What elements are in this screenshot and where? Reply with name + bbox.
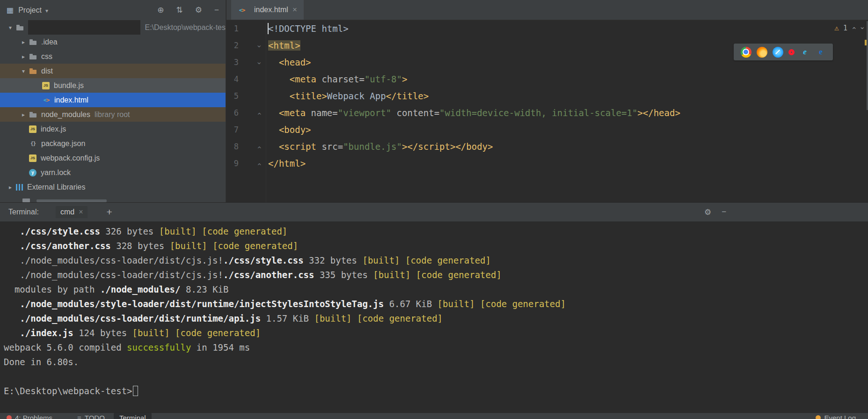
- code-text: <head>: [266, 54, 311, 71]
- tree-item-webpack-test[interactable]: webpack-testE:\Desktop\webpack-tes: [0, 20, 226, 35]
- tree-item-bundle-js[interactable]: bundle.js: [0, 78, 226, 93]
- line-number: 7: [226, 121, 239, 138]
- chevron-collapsed-icon[interactable]: [18, 39, 29, 45]
- tree-item-css[interactable]: css: [0, 49, 226, 64]
- line-number: 5: [226, 88, 239, 104]
- editor-area: index.html 1<!DOCTYPE html>2<html>3 <hea…: [226, 0, 868, 202]
- project-view-dropdown-caret[interactable]: [45, 6, 48, 15]
- editor-tab-bar: index.html: [226, 0, 868, 20]
- problems-label: 4: Problems: [15, 414, 52, 419]
- folder-icon: [16, 23, 24, 31]
- close-terminal-tab-icon[interactable]: [79, 208, 83, 216]
- project-view-title: Project: [18, 6, 42, 15]
- terminal-line: ./node_modules/css-loader/dist/cjs.js!./…: [4, 253, 868, 268]
- terminal-line: ./node_modules/style-loader/dist/runtime…: [4, 297, 868, 311]
- code-text: <!DOCTYPE html>: [266, 20, 349, 37]
- chevron-collapsed-icon[interactable]: [18, 111, 29, 118]
- ie-browser-icon[interactable]: [800, 47, 810, 58]
- ide-window: Project webpack-testE:\Desktop\webpack-t…: [0, 0, 868, 419]
- tab-title: index.html: [254, 6, 288, 14]
- tree-item-index-html[interactable]: index.html: [0, 93, 226, 107]
- fold-chevron: [250, 111, 267, 116]
- code-text: <title>Webpack App</title>: [266, 88, 429, 104]
- terminal-line: Done in 6.80s.: [4, 355, 868, 369]
- locate-file-icon[interactable]: [157, 5, 164, 15]
- chevron-collapsed-icon[interactable]: [5, 184, 16, 191]
- terminal-line: ./css/another.css 328 bytes [built] [cod…: [4, 239, 868, 253]
- firefox-browser-icon[interactable]: [757, 47, 767, 58]
- problems-tool-window-button[interactable]: 4: Problems: [7, 414, 52, 419]
- code-editor[interactable]: 1<!DOCTYPE html>2<html>3 <head>4 <meta c…: [226, 20, 868, 202]
- warning-icon: [834, 23, 839, 32]
- project-panel: Project webpack-testE:\Desktop\webpack-t…: [0, 0, 226, 202]
- terminal-tab-label: cmd: [60, 208, 74, 216]
- code-text: <body>: [266, 121, 311, 138]
- terminal-tool-window-button[interactable]: Terminal: [114, 413, 152, 419]
- chevron-collapsed-icon[interactable]: [18, 53, 29, 60]
- terminal-output[interactable]: ./css/style.css 326 bytes [built] [code …: [0, 221, 868, 398]
- chrome-browser-icon[interactable]: [741, 47, 751, 58]
- prev-problem-icon[interactable]: [849, 26, 858, 30]
- tree-item-yarn-lock[interactable]: yarn.lock: [0, 165, 226, 180]
- clipped-icon-fragment: [22, 198, 30, 202]
- fold-spacer: [239, 121, 266, 138]
- event-log-button[interactable]: Event Log: [816, 414, 856, 419]
- terminal-settings-gear-icon[interactable]: [704, 207, 711, 217]
- terminal-label: Terminal:: [8, 208, 39, 216]
- terminal-line: ./css/style.css 326 bytes [built] [code …: [4, 224, 868, 239]
- tree-item-label: yarn.lock: [41, 169, 71, 177]
- status-bar: 4: Problems TODO Terminal Event Log: [0, 412, 868, 419]
- chevron-expanded-icon[interactable]: [18, 68, 29, 74]
- terminal-line: E:\Desktop\webpack-test>: [4, 384, 868, 398]
- fold-marker-icon[interactable]: [239, 104, 266, 121]
- code-line: 9</html>: [226, 155, 868, 172]
- js-icon: [42, 82, 50, 89]
- line-number: 2: [226, 37, 239, 54]
- fold-marker-icon[interactable]: [239, 54, 266, 71]
- tree-item-external-libraries[interactable]: External Libraries: [0, 180, 226, 194]
- tree-item-label: css: [41, 52, 52, 61]
- hide-panel-icon[interactable]: [214, 6, 219, 15]
- project-settings-gear-icon[interactable]: [195, 5, 202, 15]
- chevron-expanded-icon[interactable]: [5, 24, 16, 31]
- line-number: 1: [226, 20, 239, 37]
- tree-item-label: .idea: [41, 38, 58, 46]
- inspections-widget[interactable]: 1: [834, 23, 864, 32]
- code-area: 1<!DOCTYPE html>2<html>3 <head>4 <meta c…: [226, 20, 868, 172]
- folder-icon: [29, 38, 37, 46]
- close-tab-icon[interactable]: [292, 5, 297, 15]
- next-problem-icon[interactable]: [858, 26, 866, 30]
- folder-icon: [29, 110, 37, 118]
- fold-chevron: [250, 162, 267, 166]
- tree-item-package-json[interactable]: package.json: [0, 136, 226, 151]
- tree-item-dist[interactable]: dist: [0, 64, 226, 78]
- todo-tool-window-button[interactable]: TODO: [77, 414, 105, 419]
- tree-item-label: package.json: [41, 140, 85, 148]
- safari-browser-icon[interactable]: [773, 47, 783, 58]
- fold-marker-icon[interactable]: [239, 155, 266, 172]
- json-icon: [29, 140, 37, 147]
- terminal-tab-cmd[interactable]: cmd: [56, 206, 88, 218]
- tree-item-index-js[interactable]: index.js: [0, 122, 226, 136]
- fold-marker-icon[interactable]: [239, 37, 266, 54]
- code-text: <meta name="viewport" content="width=dev…: [266, 104, 680, 121]
- code-line: 5 <title>Webpack App</title>: [226, 88, 868, 104]
- fold-marker-icon[interactable]: [239, 138, 266, 155]
- tree-item-webpack-config-js[interactable]: webpack.config.js: [0, 151, 226, 165]
- terminal-button-label: Terminal: [114, 413, 152, 419]
- tab-index-html[interactable]: index.html: [231, 0, 304, 20]
- opera-browser-icon[interactable]: [788, 49, 795, 55]
- new-terminal-session-icon[interactable]: +: [106, 206, 112, 218]
- code-line: 8 <script src="bundle.js"></script></bod…: [226, 138, 868, 155]
- tree-item-node-modules[interactable]: node_moduleslibrary root: [0, 107, 226, 122]
- event-log-label: Event Log: [824, 414, 856, 419]
- tree-item-label: External Libraries: [27, 183, 86, 191]
- tree-item-label: index.js: [41, 125, 66, 133]
- collapse-all-icon[interactable]: [176, 5, 183, 15]
- js-icon: [29, 125, 36, 133]
- edge-browser-icon[interactable]: [816, 47, 826, 58]
- terminal-minimize-icon[interactable]: [722, 207, 726, 217]
- fold-spacer: [239, 20, 266, 37]
- terminal-panel: Terminal: cmd + ./css/style.css 326 byte…: [0, 202, 868, 412]
- tree-item--idea[interactable]: .idea: [0, 35, 226, 49]
